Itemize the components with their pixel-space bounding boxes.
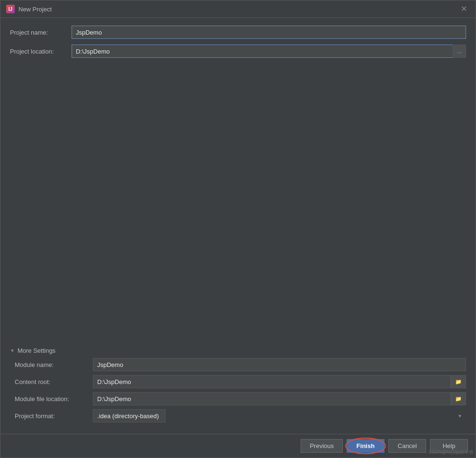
cancel-button[interactable]: Cancel (388, 439, 426, 453)
finish-button[interactable]: Finish (347, 439, 384, 453)
content-root-row: Content root: 📁 (15, 375, 466, 388)
module-name-input[interactable] (93, 358, 466, 371)
title-bar-left: IJ New Project (6, 5, 52, 13)
content-root-input[interactable] (93, 375, 451, 388)
module-file-location-input[interactable] (93, 392, 451, 405)
title-bar: IJ New Project ✕ (0, 0, 476, 18)
app-icon: IJ (6, 5, 15, 13)
module-name-row: Module name: (15, 358, 466, 371)
dialog-content: Project name: Project location: ... ▼ Mo… (0, 18, 476, 434)
previous-button[interactable]: Previous (301, 439, 343, 453)
more-settings-header[interactable]: ▼ More Settings (10, 343, 466, 358)
project-location-row: Project location: ... (10, 45, 466, 58)
project-location-input[interactable] (72, 45, 453, 58)
chevron-down-icon: ▼ (10, 348, 15, 353)
project-name-label: Project name: (10, 29, 72, 36)
module-file-location-row: Module file location: 📁 (15, 392, 466, 405)
project-location-field-group: ... (72, 45, 466, 58)
project-name-row: Project name: (10, 26, 466, 39)
close-button[interactable]: ✕ (458, 4, 470, 14)
content-root-browse-button[interactable]: 📁 (451, 375, 466, 388)
more-settings-section: ▼ More Settings Module name: Content roo… (10, 343, 466, 426)
dialog-title: New Project (18, 6, 52, 13)
dialog-footer: Previous Finish Cancel Help (0, 434, 476, 458)
module-file-location-label: Module file location: (15, 395, 93, 403)
project-format-label: Project format: (15, 412, 93, 420)
project-location-browse-button[interactable]: ... (453, 45, 466, 58)
more-settings-body: Module name: Content root: 📁 Module file… (10, 358, 466, 422)
content-root-label: Content root: (15, 378, 93, 385)
help-button[interactable]: Help (430, 439, 468, 453)
project-name-input[interactable] (72, 26, 466, 39)
module-name-label: Module name: (15, 361, 93, 368)
main-area (10, 64, 466, 343)
content-root-field-group: 📁 (93, 375, 466, 388)
project-location-label: Project location: (10, 48, 72, 55)
module-file-location-field-group: 📁 (93, 392, 466, 405)
project-format-select-wrapper: .idea (directory-based) Eclipse (eclipse… (93, 409, 466, 422)
app-icon-label: IJ (9, 7, 12, 12)
module-file-location-browse-button[interactable]: 📁 (451, 392, 466, 405)
more-settings-label: More Settings (18, 347, 55, 354)
project-format-row: Project format: .idea (directory-based) … (15, 409, 466, 422)
new-project-dialog: IJ New Project ✕ Project name: Project l… (0, 0, 476, 458)
project-format-select[interactable]: .idea (directory-based) Eclipse (eclipse… (93, 409, 165, 422)
